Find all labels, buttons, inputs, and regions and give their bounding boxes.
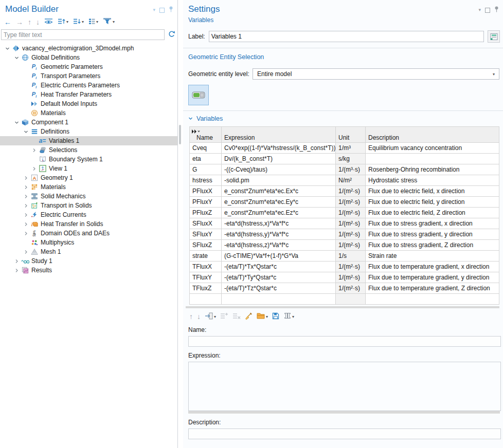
name-cell[interactable]: SFluxZ bbox=[190, 240, 222, 251]
table-settings-button[interactable]: ▾ bbox=[283, 312, 294, 321]
description-cell[interactable]: Flux due to stress gradient, x direction bbox=[366, 218, 499, 229]
tree-item-definitions[interactable]: Definitions bbox=[0, 127, 177, 136]
load-dropdown-icon[interactable]: ▾ bbox=[266, 314, 268, 319]
panel-splitter-handle[interactable] bbox=[179, 125, 181, 144]
tree-item-results[interactable]: Results bbox=[0, 266, 177, 275]
description-cell[interactable]: Flux due to stress gradient, y direction bbox=[366, 229, 499, 240]
unit-cell[interactable]: 1/(m²·s) bbox=[336, 197, 366, 208]
tree-item-domain-odes[interactable]: ddt Domain ODEs and DAEs bbox=[0, 229, 177, 238]
add-row-button[interactable] bbox=[220, 312, 228, 321]
description-cell[interactable]: Hydrostatic stress bbox=[366, 175, 499, 186]
variable-name-input[interactable] bbox=[188, 336, 501, 347]
name-cell[interactable]: PFluxX bbox=[190, 186, 222, 197]
description-cell[interactable]: Flux due to temperature gradient, x dire… bbox=[366, 262, 499, 272]
move-row-down-button[interactable]: ↓ bbox=[197, 313, 201, 320]
panel-menu-icon[interactable]: ▾ bbox=[478, 8, 481, 12]
load-from-file-button[interactable]: ▾ bbox=[257, 312, 268, 321]
name-cell[interactable] bbox=[190, 294, 222, 305]
filter-dropdown-icon[interactable]: ▾ bbox=[113, 20, 115, 24]
name-cell[interactable]: strate bbox=[190, 251, 222, 262]
expression-cell[interactable]: -eta*d(hstress,z)*Va*f*c bbox=[222, 240, 336, 251]
panel-menu-icon[interactable]: ▾ bbox=[153, 8, 155, 12]
tree-item-electric-currents-parameters[interactable]: Pi Electric Currents Parameters bbox=[0, 81, 177, 90]
expression-cell[interactable]: e_const*Znum*eta*ec.Ez*c bbox=[222, 208, 336, 218]
label-input[interactable] bbox=[209, 31, 484, 42]
expression-cell[interactable]: e_const*Znum*eta*ec.Ey*c bbox=[222, 197, 336, 208]
unit-cell[interactable]: 1/(m²·s) bbox=[336, 218, 366, 229]
move-to-dropdown-icon[interactable]: ▾ bbox=[214, 314, 216, 319]
table-settings-dropdown-icon[interactable]: ▾ bbox=[292, 314, 294, 319]
unit-cell[interactable]: 1/(m²·s) bbox=[336, 283, 366, 294]
unit-cell[interactable]: 1/(m²·s) bbox=[336, 229, 366, 240]
move-down-button[interactable]: ↓ bbox=[36, 18, 40, 26]
unit-cell[interactable]: 1/s bbox=[336, 251, 366, 262]
name-cell[interactable]: SFluxY bbox=[190, 229, 222, 240]
chevron-right-icon[interactable] bbox=[12, 257, 21, 265]
forward-button[interactable]: → bbox=[16, 18, 23, 26]
clear-table-button[interactable] bbox=[245, 312, 253, 321]
description-cell[interactable]: Flux due to electric field, y direction bbox=[366, 197, 499, 208]
chevron-right-icon[interactable] bbox=[30, 164, 38, 173]
chevron-right-icon[interactable] bbox=[22, 192, 30, 200]
variables-section-header[interactable]: Variables bbox=[183, 111, 503, 125]
unit-cell[interactable]: 1/(m²·s) bbox=[336, 186, 366, 197]
expression-cell[interactable]: -(eta/T)*Tz*Qstar*c bbox=[222, 283, 336, 294]
expression-cell[interactable]: -solid.pm bbox=[222, 175, 336, 186]
chevron-down-icon[interactable] bbox=[22, 127, 30, 136]
chevron-right-icon[interactable] bbox=[22, 248, 30, 256]
unit-cell[interactable]: 1/(m²·s) bbox=[336, 272, 366, 283]
chevron-right-icon[interactable] bbox=[30, 146, 38, 154]
rename-button[interactable] bbox=[488, 30, 500, 43]
tree-item-selections[interactable]: Selections bbox=[0, 145, 177, 155]
tree-item-study-1[interactable]: Study 1 bbox=[0, 256, 177, 266]
unit-cell[interactable]: 1/(m²·s) bbox=[336, 240, 366, 251]
chevron-right-icon[interactable] bbox=[22, 183, 30, 191]
name-cell[interactable]: TFluxX bbox=[190, 262, 222, 272]
tree-item-heat-transfer-parameters[interactable]: Pi Heat Transfer Parameters bbox=[0, 90, 177, 99]
chevron-right-icon[interactable] bbox=[22, 174, 30, 182]
move-row-up-button[interactable]: ↑ bbox=[189, 313, 193, 320]
expression-cell[interactable]: -((c-Cveq)/taus) bbox=[222, 164, 336, 175]
expression-cell[interactable]: (G-cTIME)*Va*f+(1-f)*G*Va bbox=[222, 251, 336, 262]
unit-cell[interactable] bbox=[336, 294, 366, 305]
name-cell[interactable]: G bbox=[190, 164, 222, 175]
description-cell[interactable]: Equilibrium vacancy concentration bbox=[366, 143, 499, 154]
expression-cell[interactable]: -(eta/T)*Ty*Qstar*c bbox=[222, 272, 336, 283]
save-to-file-button[interactable] bbox=[272, 312, 279, 321]
name-cell[interactable]: PFluxZ bbox=[190, 208, 222, 218]
tree-item-geometric-parameters[interactable]: Pi Geometric Parameters bbox=[0, 62, 177, 71]
name-cell[interactable]: PFluxY bbox=[190, 197, 222, 208]
tree-item-mesh-1[interactable]: Mesh 1 bbox=[0, 247, 177, 256]
unit-cell[interactable]: 1/m³ bbox=[336, 143, 366, 154]
unit-cell[interactable]: 1/(m²·s) bbox=[336, 208, 366, 218]
expression-cell[interactable]: e_const*Znum*eta*ec.Ex*c bbox=[222, 186, 336, 197]
tree-item-variables-1[interactable]: a= Variables 1 bbox=[0, 136, 177, 145]
filter-button[interactable]: ▾ bbox=[103, 17, 115, 26]
expression-cell[interactable]: -eta*d(hstress,y)*Va*f*c bbox=[222, 229, 336, 240]
pin-panel-icon[interactable] bbox=[494, 6, 499, 14]
tree-item-boundary-system-1[interactable]: Boundary System 1 bbox=[0, 155, 177, 164]
tree-item-geometry-1[interactable]: A Geometry 1 bbox=[0, 173, 177, 182]
name-cell[interactable]: TFluxY bbox=[190, 272, 222, 283]
expression-cell[interactable]: -(eta/T)*Tx*Qstar*c bbox=[222, 262, 336, 272]
node-text-button[interactable]: ▾ bbox=[88, 18, 98, 26]
tree-item-materials[interactable]: Materials bbox=[0, 182, 177, 192]
tree-item-root-mph[interactable]: vacancy_electromigration_3Dmodel.mph bbox=[0, 44, 177, 53]
expand-all-button[interactable]: ▾ bbox=[73, 18, 84, 26]
tree-item-global-definitions[interactable]: Global Definitions bbox=[0, 53, 177, 62]
tree-item-view-1[interactable]: View 1 bbox=[0, 164, 177, 173]
move-to-button[interactable]: ▾ bbox=[205, 312, 216, 321]
unit-cell[interactable]: s/kg bbox=[336, 154, 366, 164]
float-panel-icon[interactable] bbox=[159, 8, 165, 13]
name-cell[interactable]: Cveq bbox=[190, 143, 222, 154]
unit-cell[interactable]: N/m² bbox=[336, 175, 366, 186]
collapse-all-button[interactable]: ▾ bbox=[58, 18, 68, 26]
table-horizontal-scrollbar[interactable] bbox=[186, 306, 499, 308]
description-cell[interactable]: Flux due to temperature gradient, y dire… bbox=[366, 272, 499, 283]
chevron-right-icon[interactable] bbox=[12, 266, 21, 274]
chevron-down-icon[interactable] bbox=[12, 53, 21, 62]
pin-panel-icon[interactable] bbox=[169, 6, 173, 14]
tree-item-multiphysics[interactable]: Multiphysics bbox=[0, 238, 177, 247]
description-cell[interactable]: Flux due to temperature gradient, Z dire… bbox=[366, 283, 499, 294]
tree-item-transport-in-solids[interactable]: Transport in Solids bbox=[0, 201, 177, 210]
